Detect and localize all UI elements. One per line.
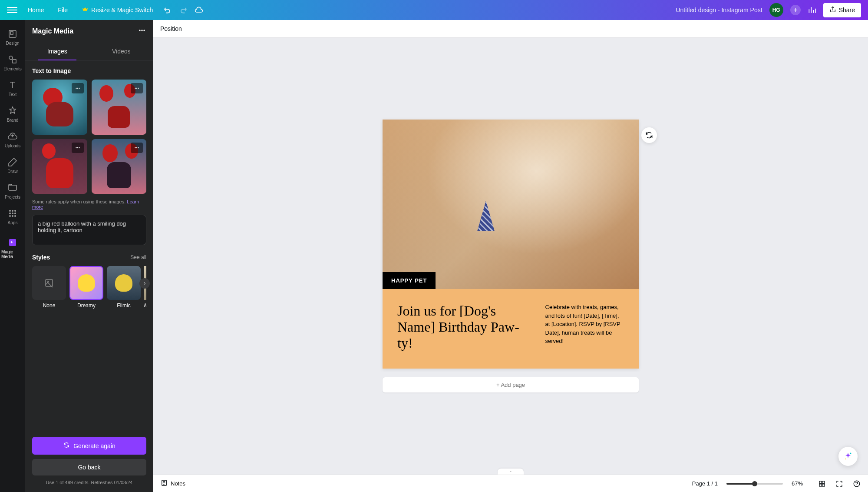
svg-point-21	[136, 88, 137, 89]
elements-icon	[7, 54, 18, 65]
share-icon	[829, 6, 836, 14]
generated-image-3[interactable]	[32, 139, 87, 194]
panel-more-icon[interactable]	[138, 26, 146, 37]
style-dreamy[interactable]: Dreamy	[69, 266, 103, 309]
apps-icon	[7, 208, 18, 219]
svg-rect-39	[822, 484, 825, 486]
canvas-viewport[interactable]: HAPPY PET Join us for [Dog's Name] Birth…	[153, 37, 868, 475]
style-none[interactable]: None	[32, 266, 66, 309]
svg-rect-1	[10, 32, 13, 34]
image-more-icon[interactable]	[131, 83, 143, 93]
projects-icon	[7, 183, 18, 193]
nav-label: Design	[6, 41, 19, 46]
expand-timeline-notch[interactable]	[498, 469, 524, 475]
tab-videos[interactable]: Videos	[89, 43, 154, 60]
svg-rect-37	[822, 481, 825, 483]
add-page-button[interactable]: + Add page	[383, 377, 639, 392]
body-text[interactable]: Celebrate with treats, games, and lots o…	[545, 303, 624, 351]
hero-label[interactable]: HAPPY PET	[383, 272, 436, 289]
svg-point-40	[854, 481, 860, 487]
svg-point-19	[79, 88, 79, 89]
zoom-slider[interactable]	[726, 483, 783, 485]
position-button[interactable]: Position	[160, 25, 182, 32]
svg-point-33	[850, 453, 851, 454]
resize-magic-switch-button[interactable]: Resize & Magic Switch	[78, 3, 156, 17]
svg-point-15	[141, 30, 142, 31]
nav-draw[interactable]: Draw	[1, 153, 24, 177]
svg-point-20	[135, 88, 135, 89]
nav-text[interactable]: Text	[1, 76, 24, 100]
undo-button[interactable]	[163, 6, 172, 14]
nav-uploads[interactable]: Uploads	[1, 128, 24, 152]
cloud-sync-icon[interactable]	[195, 6, 203, 14]
nav-label: Brand	[7, 118, 19, 123]
svg-point-6	[14, 210, 16, 212]
image-more-icon[interactable]	[72, 83, 84, 93]
nav-label: Text	[9, 92, 17, 97]
svg-point-7	[9, 213, 11, 214]
analytics-icon[interactable]	[808, 6, 816, 14]
magic-assistant-fab[interactable]	[838, 447, 858, 466]
nav-apps[interactable]: Apps	[1, 205, 24, 229]
generated-images-grid	[32, 80, 146, 194]
style-label: None	[43, 303, 56, 309]
zoom-level[interactable]: 67%	[792, 480, 809, 487]
styles-label: Styles	[32, 254, 50, 261]
nav-label: Elements	[3, 66, 22, 71]
image-more-icon[interactable]	[131, 143, 143, 153]
nav-magic-media[interactable]: Magic Media	[1, 234, 24, 263]
style-label: Filmic	[117, 303, 130, 309]
svg-rect-29	[46, 279, 53, 286]
go-back-button[interactable]: Go back	[32, 459, 146, 475]
style-filmic[interactable]: Filmic	[107, 266, 141, 309]
regenerate-icon	[63, 442, 70, 450]
nav-brand[interactable]: Brand	[1, 102, 24, 126]
credits-text: Use 1 of 499 credits. Refreshes 01/03/24	[32, 480, 146, 485]
file-button[interactable]: File	[54, 4, 71, 16]
magic-media-icon	[7, 237, 18, 248]
svg-point-8	[12, 213, 13, 214]
design-icon	[7, 29, 18, 39]
svg-point-2	[9, 56, 13, 60]
refresh-page-button[interactable]	[641, 127, 657, 143]
design-title[interactable]: Untitled design - Instagram Post	[676, 7, 762, 13]
generate-again-button[interactable]: Generate again	[32, 437, 146, 455]
tab-images[interactable]: Images	[25, 43, 89, 60]
page-content: Join us for [Dog's Name] Birthday Paw-ty…	[383, 289, 639, 368]
styles-row: None Dreamy Filmic W	[32, 266, 146, 309]
redo-button[interactable]	[179, 6, 188, 14]
notes-button[interactable]: Notes	[160, 479, 185, 488]
nav-elements[interactable]: Elements	[1, 51, 24, 75]
headline-text[interactable]: Join us for [Dog's Name] Birthday Paw-ty…	[397, 303, 531, 351]
nav-projects[interactable]: Projects	[1, 179, 24, 203]
style-thumb-dreamy	[69, 266, 103, 300]
svg-point-28	[138, 147, 139, 148]
image-more-icon[interactable]	[72, 143, 84, 153]
grid-view-icon[interactable]	[818, 479, 826, 488]
share-button[interactable]: Share	[823, 3, 861, 17]
svg-point-17	[76, 88, 76, 89]
hamburger-menu[interactable]	[7, 5, 17, 15]
generated-image-4[interactable]	[92, 139, 147, 194]
side-panel: Magic Media Images Videos Text to Image	[25, 20, 153, 492]
see-all-link[interactable]: See all	[130, 254, 146, 260]
generated-image-1[interactable]	[32, 80, 87, 135]
nav-label: Apps	[8, 220, 18, 225]
home-button[interactable]: Home	[24, 4, 47, 16]
svg-rect-13	[9, 239, 16, 246]
help-icon[interactable]	[852, 479, 861, 488]
topbar: Home File Resize & Magic Switch Untitled…	[0, 0, 868, 20]
styles-next-icon[interactable]	[139, 278, 150, 289]
hero-image[interactable]: HAPPY PET	[383, 120, 639, 289]
add-member-button[interactable]	[790, 5, 801, 15]
svg-rect-36	[819, 481, 822, 483]
draw-icon	[7, 157, 18, 167]
generated-image-2[interactable]	[92, 80, 147, 135]
nav-design[interactable]: Design	[1, 25, 24, 49]
page-indicator[interactable]: Page 1 / 1	[692, 480, 718, 487]
fullscreen-icon[interactable]	[835, 479, 844, 488]
prompt-textarea[interactable]: a big red balloon with a smiling dog hol…	[32, 215, 146, 245]
design-page[interactable]: HAPPY PET Join us for [Dog's Name] Birth…	[383, 120, 639, 368]
avatar[interactable]: HG	[769, 3, 783, 17]
svg-point-14	[139, 30, 140, 31]
